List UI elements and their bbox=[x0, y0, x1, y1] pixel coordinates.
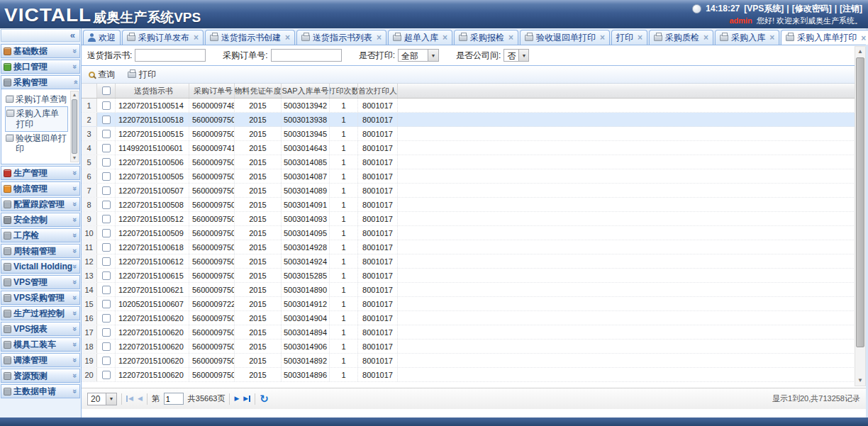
select-all-checkbox[interactable] bbox=[102, 86, 111, 95]
close-icon[interactable]: × bbox=[443, 34, 447, 41]
tab[interactable]: 验收退回单打印 × bbox=[520, 30, 610, 45]
table-row[interactable]: 19 1220720151006205600009750201550030148… bbox=[82, 354, 868, 368]
last-page-button[interactable]: ▶ bbox=[243, 396, 250, 402]
sidebar-group-header[interactable]: 物流管理 » bbox=[1, 181, 80, 196]
scroll-up-icon[interactable]: ▲ bbox=[72, 91, 77, 99]
column-header[interactable]: 打印次数 bbox=[330, 84, 358, 98]
refresh-icon[interactable]: ↻ bbox=[260, 393, 269, 404]
tab[interactable]: 送货指示书创建 × bbox=[205, 30, 295, 45]
page-size-select[interactable]: 20 ▼ bbox=[87, 393, 117, 405]
close-icon[interactable]: × bbox=[377, 34, 382, 41]
column-header[interactable]: SAP入库单号 bbox=[282, 84, 330, 98]
table-row[interactable]: 17 1220720151006205600009750201550030148… bbox=[82, 325, 868, 340]
close-icon[interactable]: × bbox=[638, 34, 642, 41]
sidebar-group-header[interactable]: 配置跟踪管理 » bbox=[1, 197, 80, 211]
scroll-down-icon[interactable]: ▼ bbox=[72, 155, 77, 162]
table-row[interactable]: 10 1220720151005095600009750201550030140… bbox=[82, 226, 868, 240]
table-row[interactable]: 15 1020520151006075600009722201550030149… bbox=[82, 297, 868, 311]
row-checkbox[interactable] bbox=[102, 357, 111, 365]
sidebar-submenu-item[interactable]: 验收退回单打印 bbox=[5, 132, 68, 156]
sidebar-group-header[interactable]: VPS报表 » bbox=[1, 322, 80, 336]
tab[interactable]: 送货指示书列表 × bbox=[296, 30, 386, 45]
tab[interactable]: 采购报检 × bbox=[454, 30, 518, 45]
sidebar-group-header[interactable]: 采购管理 » bbox=[1, 75, 80, 89]
column-header[interactable]: 物料凭证年度 bbox=[235, 84, 282, 98]
link-logout[interactable]: [注销] bbox=[840, 3, 862, 15]
row-checkbox[interactable] bbox=[102, 342, 111, 351]
page-number-input[interactable] bbox=[164, 393, 184, 405]
close-icon[interactable]: × bbox=[861, 35, 866, 42]
link-vps-system[interactable]: [VPS系统] bbox=[744, 3, 784, 15]
tab[interactable]: 采购订单发布 × bbox=[122, 30, 204, 45]
row-checkbox[interactable] bbox=[102, 300, 111, 308]
sidebar-group-header[interactable]: 资源预测 » bbox=[1, 369, 80, 383]
row-checkbox[interactable] bbox=[102, 186, 111, 195]
table-row[interactable]: 7 12207201510050756000097502015500301408… bbox=[82, 184, 868, 198]
vertical-scrollbar[interactable]: ▲ ▼ bbox=[855, 46, 866, 386]
sidebar-group-header[interactable]: 生产过程控制 » bbox=[1, 306, 80, 320]
sidebar-group-header[interactable]: 主数据申请 » bbox=[1, 384, 80, 398]
row-checkbox[interactable] bbox=[102, 158, 111, 167]
sidebar-submenu-item[interactable]: 采购入库单打印 bbox=[5, 106, 68, 132]
table-row[interactable]: 16 1220720151006205600009750201550030149… bbox=[82, 311, 868, 325]
query-button[interactable]: 查询 bbox=[86, 67, 118, 82]
tab[interactable]: 欢迎 bbox=[83, 30, 121, 45]
row-checkbox[interactable] bbox=[102, 144, 111, 152]
row-checkbox[interactable] bbox=[102, 201, 111, 209]
sidebar-group-header[interactable]: VPS采购管理 » bbox=[1, 291, 80, 305]
table-row[interactable]: 11 1220720151006185600009750201550030149… bbox=[82, 240, 868, 254]
table-row[interactable]: 13 1220720151006155600009750201550030152… bbox=[82, 269, 868, 283]
row-checkbox[interactable] bbox=[102, 116, 111, 124]
row-checkbox[interactable] bbox=[102, 130, 111, 138]
tab[interactable]: 采购质检 × bbox=[649, 30, 713, 45]
row-checkbox[interactable] bbox=[102, 314, 111, 323]
sidebar-group-header[interactable]: 调漆管理 » bbox=[1, 353, 80, 367]
table-row[interactable]: 12 1220720151006125600009750201550030149… bbox=[82, 254, 868, 269]
table-row[interactable]: 8 12207201510050856000097502015500301409… bbox=[82, 198, 868, 212]
table-row[interactable]: 3 12207201510051556000097502015500301394… bbox=[82, 127, 868, 141]
close-icon[interactable]: × bbox=[194, 34, 199, 41]
table-row[interactable]: 6 12207201510050556000097502015500301408… bbox=[82, 169, 868, 184]
row-checkbox[interactable] bbox=[102, 271, 111, 280]
row-checkbox[interactable] bbox=[102, 229, 111, 237]
table-row[interactable]: 4 11499201510060156000097412015500301464… bbox=[82, 141, 868, 155]
first-page-button[interactable]: ◀ bbox=[126, 396, 133, 402]
link-change-password[interactable]: [修改密码] bbox=[792, 3, 832, 15]
row-checkbox[interactable] bbox=[102, 172, 111, 181]
tab[interactable]: 打印 × bbox=[611, 30, 647, 45]
next-page-button[interactable]: ▶ bbox=[234, 396, 239, 402]
column-header[interactable]: 采购订单号 bbox=[189, 84, 235, 98]
row-checkbox[interactable] bbox=[102, 101, 111, 110]
prev-page-button[interactable]: ◀ bbox=[138, 396, 143, 402]
tab[interactable]: 采购入库单打印 × bbox=[781, 30, 868, 45]
scroll-down-icon[interactable]: ▼ bbox=[857, 376, 863, 386]
sidebar-group-header[interactable]: 安全控制 » bbox=[1, 213, 80, 227]
table-row[interactable]: 18 1220720151006205600009750201550030149… bbox=[82, 340, 868, 354]
intercompany-select[interactable]: 否 ▼ bbox=[503, 49, 529, 62]
row-checkbox[interactable] bbox=[102, 243, 111, 252]
row-checkbox[interactable] bbox=[102, 371, 111, 379]
table-row[interactable]: 1 12207201510051456000097482015500301394… bbox=[82, 99, 868, 113]
po-number-input[interactable] bbox=[271, 49, 342, 62]
close-icon[interactable]: × bbox=[285, 34, 290, 41]
row-checkbox[interactable] bbox=[102, 215, 111, 223]
close-icon[interactable]: × bbox=[508, 34, 513, 41]
table-row[interactable]: 5 12207201510050656000097502015500301408… bbox=[82, 155, 868, 169]
close-icon[interactable]: × bbox=[600, 34, 605, 41]
print-button[interactable]: 打印 bbox=[125, 67, 159, 82]
row-checkbox[interactable] bbox=[102, 286, 111, 294]
sidebar-group-header[interactable]: 工序检 » bbox=[1, 228, 80, 242]
sidebar-group-header[interactable]: 接口管理 » bbox=[1, 60, 80, 74]
close-icon[interactable]: × bbox=[703, 34, 708, 41]
sidebar-group-header[interactable]: 周转箱管理 » bbox=[1, 244, 80, 258]
scroll-up-icon[interactable]: ▲ bbox=[857, 47, 863, 57]
collapse-sidebar-icon[interactable]: « bbox=[1, 29, 80, 42]
is-printed-select[interactable]: 全部 ▼ bbox=[398, 49, 439, 62]
sidebar-group-header[interactable]: Victall Holding » bbox=[1, 259, 80, 274]
row-checkbox[interactable] bbox=[102, 257, 111, 266]
table-row[interactable]: 20 1220720151006205600009750201550030148… bbox=[82, 368, 868, 382]
tab[interactable]: 采购入库 × bbox=[715, 30, 779, 45]
submenu-scrollbar[interactable]: ▲ ▼ bbox=[70, 91, 79, 162]
scroll-thumb[interactable] bbox=[72, 99, 77, 154]
column-header[interactable]: 送货指示书 bbox=[116, 84, 189, 98]
